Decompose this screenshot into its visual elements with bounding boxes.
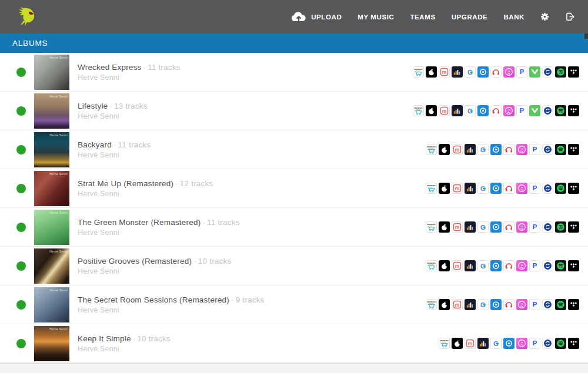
store-disc-icon[interactable] [490,144,502,155]
store-spotify-icon[interactable] [555,338,566,349]
album-artwork[interactable]: Hervé Senni [34,93,69,129]
album-artwork[interactable]: Hervé Senni [34,326,69,361]
nav-bank[interactable]: BANK [503,14,524,21]
store-deezer-icon[interactable] [465,299,476,310]
store-tidal-icon[interactable] [568,338,579,349]
store-disc-icon[interactable] [490,221,502,233]
store-google-icon[interactable]: G [477,299,489,310]
store-headphones-icon[interactable] [490,105,502,116]
store-google-icon[interactable]: G [465,66,476,78]
store-amazon-icon[interactable]: amazon [426,183,437,194]
store-shazam-icon[interactable] [542,299,553,310]
store-medianet-icon[interactable]: m [452,183,463,194]
store-tidal-icon[interactable] [568,66,579,78]
store-amazon-icon[interactable]: amazon [439,338,450,349]
album-row[interactable]: Hervé Senni Backyard·11 tracks Hervé Sen… [0,130,588,169]
store-amazon-icon[interactable]: amazon [413,66,424,78]
album-row[interactable]: Hervé Senni Positive Grooves (Remastered… [0,247,588,285]
store-greenv-icon[interactable] [529,66,540,78]
store-deezer-icon[interactable] [477,338,489,349]
store-pandora-icon[interactable]: P [529,144,540,155]
album-artwork[interactable]: Hervé Senni [34,210,69,245]
store-pandora-icon[interactable]: P [529,221,540,233]
store-deezer-icon[interactable] [465,144,476,155]
store-shazam-icon[interactable] [542,221,553,233]
store-shazam-icon[interactable] [542,105,553,116]
store-itunes-icon[interactable]: ♫ [516,338,527,349]
store-headphones-icon[interactable] [503,144,514,155]
store-google-icon[interactable]: G [490,338,502,349]
store-spotify-icon[interactable] [555,299,566,310]
store-disc-icon[interactable] [490,299,502,310]
store-pandora-icon[interactable]: P [529,260,540,271]
album-row[interactable]: Hervé Senni Keep It Simple·10 tracks Her… [0,324,588,363]
store-disc-icon[interactable] [490,183,502,194]
store-apple-icon[interactable] [439,299,450,310]
store-tidal-icon[interactable] [568,144,579,155]
store-spotify-icon[interactable] [555,183,566,194]
album-artwork[interactable]: Hervé Senni [34,55,69,90]
store-itunes-icon[interactable]: ♫ [516,144,527,155]
album-row[interactable]: Hervé Senni The Green Monster (Remastere… [0,208,588,247]
store-disc-icon[interactable] [477,105,489,116]
store-deezer-icon[interactable] [465,260,476,271]
nav-teams[interactable]: TEAMS [410,14,435,21]
store-headphones-icon[interactable] [503,221,514,233]
store-tidal-icon[interactable] [568,299,579,310]
store-pandora-icon[interactable]: P [529,338,540,349]
store-tidal-icon[interactable] [568,260,579,271]
store-deezer-icon[interactable] [452,66,463,78]
store-headphones-icon[interactable] [503,299,514,310]
store-itunes-icon[interactable]: ♫ [516,183,527,194]
nav-my-music[interactable]: MY MUSIC [358,14,394,21]
store-pandora-icon[interactable]: P [529,183,540,194]
store-medianet-icon[interactable]: m [452,221,463,233]
store-pandora-icon[interactable]: P [529,299,540,310]
store-spotify-icon[interactable] [555,144,566,155]
store-apple-icon[interactable] [426,66,437,78]
album-row[interactable]: Hervé Senni The Secret Room Sessions (Re… [0,285,588,324]
scrollbar-thumb[interactable] [584,33,588,39]
store-deezer-icon[interactable] [465,183,476,194]
store-tidal-icon[interactable] [568,183,579,194]
store-apple-icon[interactable] [439,183,450,194]
album-artwork[interactable]: Hervé Senni [34,287,69,322]
store-apple-icon[interactable] [426,105,437,116]
store-apple-icon[interactable] [439,221,450,233]
album-row[interactable]: Hervé Senni Wrecked Express·11 tracks He… [0,53,588,92]
store-amazon-icon[interactable]: amazon [426,260,437,271]
album-row[interactable]: Hervé Senni Lifestyle·13 tracks Hervé Se… [0,92,588,130]
store-amazon-icon[interactable]: amazon [426,144,437,155]
store-pandora-icon[interactable]: P [516,105,527,116]
store-google-icon[interactable]: G [477,260,489,271]
store-google-icon[interactable]: G [477,183,489,194]
store-itunes-icon[interactable]: ♫ [516,299,527,310]
store-spotify-icon[interactable] [555,105,566,116]
store-spotify-icon[interactable] [555,260,566,271]
store-itunes-icon[interactable]: ♫ [503,66,514,78]
store-google-icon[interactable]: G [477,144,489,155]
store-greenv-icon[interactable] [529,105,540,116]
brand-logo-icon[interactable] [15,4,40,30]
store-shazam-icon[interactable] [542,144,553,155]
store-itunes-icon[interactable]: ♫ [516,260,527,271]
store-amazon-icon[interactable]: amazon [413,105,424,116]
store-medianet-icon[interactable]: m [439,105,450,116]
store-medianet-icon[interactable]: m [452,260,463,271]
store-pandora-icon[interactable]: P [516,66,527,78]
store-headphones-icon[interactable] [490,66,502,78]
store-spotify-icon[interactable] [555,221,566,233]
store-itunes-icon[interactable]: ♫ [516,221,527,233]
store-google-icon[interactable]: G [477,221,489,233]
store-apple-icon[interactable] [439,260,450,271]
gear-icon[interactable] [540,12,550,22]
store-headphones-icon[interactable] [503,183,514,194]
store-medianet-icon[interactable]: m [465,338,476,349]
store-spotify-icon[interactable] [555,66,566,78]
store-google-icon[interactable]: G [465,105,476,116]
store-disc-icon[interactable] [477,66,489,78]
store-shazam-icon[interactable] [542,66,553,78]
store-medianet-icon[interactable]: m [452,299,463,310]
album-artwork[interactable]: Hervé Senni [34,171,69,206]
store-shazam-icon[interactable] [542,260,553,271]
